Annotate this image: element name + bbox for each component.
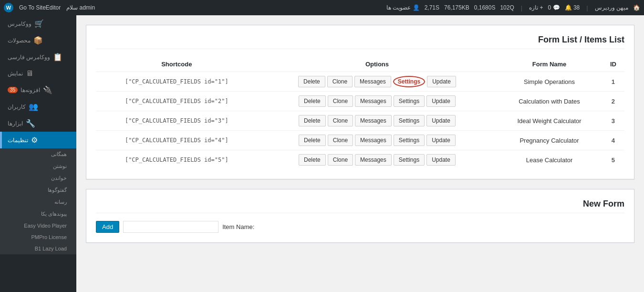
col-form-name: Form Name — [497, 57, 602, 72]
shortcode-cell: ["CP_CALCULATED_FIELDS id="3"] — [96, 111, 258, 131]
sidebar-subitem-easy-video-player[interactable]: Easy Video Player — [0, 220, 76, 231]
form-name-cell: Ideal Weight Calculator — [497, 111, 602, 131]
col-options: Options — [258, 57, 497, 72]
sidebar-subitem-permalinks[interactable]: پیوندهای یکا — [0, 208, 76, 220]
plugins-badge: 35 — [8, 87, 18, 93]
id-cell: 5 — [602, 150, 624, 170]
shortcode-cell: ["CP_CALCULATED_FIELDS id="2"] — [96, 92, 258, 111]
admin-name: سلام admin — [66, 4, 95, 11]
clone-button[interactable]: Clone — [328, 135, 353, 146]
item-name-label: :Item Name — [222, 223, 254, 230]
clone-button[interactable]: Clone — [328, 154, 353, 166]
sidebar-subitem-discussion[interactable]: گفتوگوها — [0, 184, 76, 196]
adminbar-left: W Go To SiteEditor سلام admin — [4, 3, 95, 12]
delete-button[interactable]: Delete — [298, 76, 325, 87]
clone-button[interactable]: Clone — [328, 95, 353, 107]
settings-button[interactable]: Settings — [394, 115, 425, 126]
adminbar-memory: 76,175KB — [444, 4, 469, 11]
update-button[interactable]: Update — [426, 135, 456, 146]
options-cell: DeleteCloneMessagesSettingsUpdate — [258, 92, 497, 111]
id-cell: 4 — [602, 131, 624, 150]
add-form-button[interactable]: Add — [96, 221, 119, 233]
wp-content: Form List / Items List Shortcode Options… — [76, 15, 644, 292]
adminbar-home-icon[interactable]: 🏠 — [633, 4, 640, 11]
form-name-cell: Calculation with Dates — [497, 92, 602, 111]
form-name-cell: Simple Operations — [497, 72, 602, 92]
sidebar-item-label: کاربران — [8, 104, 26, 110]
sidebar-item-users[interactable]: 👥 کاربران — [0, 98, 76, 115]
adminbar-home-label[interactable]: میهن وردپرس — [595, 4, 628, 11]
sidebar-item-tools[interactable]: 🔧 ابزارها — [0, 115, 76, 132]
sidebar-item-plugins[interactable]: 🔌 افزونه‌ها 35 — [0, 82, 76, 98]
sidebar-item-label: ووکامرس فارسی — [8, 54, 50, 61]
admin-bar: W Go To SiteEditor سلام admin 🏠 میهن ورد… — [0, 0, 644, 15]
settings-button[interactable]: Settings — [394, 154, 425, 166]
settings-button[interactable]: Settings — [394, 95, 425, 107]
settings-icon: ⚙ — [31, 136, 38, 145]
clone-button[interactable]: Clone — [327, 76, 353, 87]
site-editor-link[interactable]: Go To SiteEditor — [19, 4, 61, 11]
messages-button[interactable]: Messages — [355, 115, 392, 126]
settings-button[interactable]: Settings — [393, 76, 425, 87]
form-table: Shortcode Options Form Name ID ["CP_CALC… — [96, 57, 624, 169]
adminbar-comments[interactable]: 💬 0 — [548, 4, 560, 11]
new-form-row: :Item Name Add — [96, 221, 624, 233]
sidebar-subitem-b1lazy[interactable]: B1 Lazy Load — [0, 243, 76, 254]
table-body: ["CP_CALCULATED_FIELDS id="1"]DeleteClon… — [96, 72, 624, 170]
messages-button[interactable]: Messages — [355, 135, 392, 146]
adminbar-right: 🏠 میهن وردپرس | 38 🔔 💬 0 + تازه | 102Q 0… — [386, 4, 640, 11]
sidebar-item-appearance[interactable]: 🖥 نمایش — [0, 65, 76, 82]
adminbar-new[interactable]: + تازه — [529, 4, 543, 11]
messages-button[interactable]: Messages — [355, 95, 392, 107]
messages-button[interactable]: Messages — [355, 154, 392, 166]
update-button[interactable]: Update — [426, 115, 456, 126]
clone-button[interactable]: Clone — [328, 115, 353, 126]
table-row: ["CP_CALCULATED_FIELDS id="3"]DeleteClon… — [96, 111, 624, 131]
col-id: ID — [602, 57, 624, 72]
sidebar-item-woocommerce-fa[interactable]: 📋 ووکامرس فارسی — [0, 49, 76, 65]
plugins-icon: 🔌 — [43, 85, 52, 94]
sidebar-item-woocommerce[interactable]: 🛒 ووکامرس — [0, 15, 76, 32]
item-name-input[interactable] — [123, 221, 218, 233]
update-button[interactable]: Update — [426, 154, 456, 166]
sidebar-item-label: محصولات — [8, 37, 31, 44]
update-button[interactable]: Update — [426, 95, 456, 107]
main-wrap: Form List / Items List Shortcode Options… — [86, 25, 634, 243]
admin-sidebar: 🛒 ووکامرس 📦 محصولات 📋 ووکامرس فارسی 🖥 نم… — [0, 15, 76, 292]
adminbar-membership[interactable]: 👤 عضویت ها — [386, 4, 420, 11]
id-cell: 1 — [602, 72, 624, 92]
sidebar-item-label: افزونه‌ها — [21, 87, 40, 94]
sidebar-subitem-media[interactable]: رسانه — [0, 196, 76, 208]
new-form-title: New Form — [96, 199, 624, 213]
col-shortcode: Shortcode — [96, 57, 258, 72]
settings-button[interactable]: Settings — [394, 135, 425, 146]
update-button[interactable]: Update — [427, 76, 456, 87]
adminbar-query: 102Q — [500, 4, 514, 11]
form-table-wrap: Shortcode Options Form Name ID ["CP_CALC… — [96, 57, 624, 169]
delete-button[interactable]: Delete — [299, 95, 326, 107]
delete-button[interactable]: Delete — [299, 154, 326, 166]
sidebar-subitem-writing[interactable]: نوشتن — [0, 160, 76, 172]
table-header-row: Shortcode Options Form Name ID — [96, 57, 624, 72]
sidebar-subitem-reading[interactable]: خواندن — [0, 172, 76, 184]
form-name-cell: Lease Calculator — [497, 150, 602, 170]
sidebar-item-products[interactable]: 📦 محصولات — [0, 32, 76, 49]
sidebar-item-settings[interactable]: ⚙ تنظیمات — [0, 132, 76, 148]
sidebar-submenu-settings: همگانی نوشتن خواندن گفتوگوها رسانه پیوند… — [0, 148, 76, 254]
options-cell: DeleteCloneMessagesSettingsUpdate — [258, 131, 497, 150]
wp-wrap: 🛒 ووکامرس 📦 محصولات 📋 ووکامرس فارسی 🖥 نم… — [0, 15, 644, 292]
table-row: ["CP_CALCULATED_FIELDS id="4"]DeleteClon… — [96, 131, 624, 150]
form-list-panel: Form List / Items List Shortcode Options… — [86, 25, 634, 179]
sidebar-subitem-pmpro[interactable]: PMPro License — [0, 231, 76, 243]
options-cell: DeleteCloneMessagesSettingsUpdate — [258, 72, 497, 92]
adminbar-updates[interactable]: 38 🔔 — [565, 4, 580, 11]
sidebar-subitem-general[interactable]: همگانی — [0, 148, 76, 160]
messages-button[interactable]: Messages — [354, 76, 391, 87]
shortcode-cell: ["CP_CALCULATED_FIELDS id="5"] — [96, 150, 258, 170]
wp-logo-icon[interactable]: W — [4, 3, 13, 12]
options-cell: DeleteCloneMessagesSettingsUpdate — [258, 111, 497, 131]
sidebar-item-label: تنظیمات — [8, 137, 28, 144]
shortcode-cell: ["CP_CALCULATED_FIELDS id="1"] — [96, 72, 258, 92]
delete-button[interactable]: Delete — [299, 135, 326, 146]
delete-button[interactable]: Delete — [299, 115, 326, 126]
